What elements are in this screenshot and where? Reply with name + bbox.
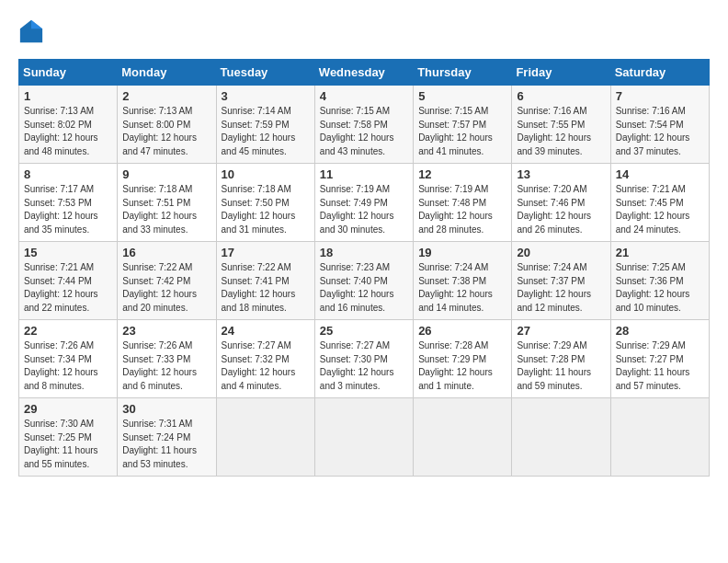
calendar-day-cell: 8 Sunrise: 7:17 AMSunset: 7:53 PMDayligh… (19, 164, 118, 242)
day-info: Sunrise: 7:19 AMSunset: 7:48 PMDaylight:… (418, 183, 506, 236)
calendar-day-cell: 15 Sunrise: 7:21 AMSunset: 7:44 PMDaylig… (19, 242, 118, 320)
calendar-day-cell: 24 Sunrise: 7:27 AMSunset: 7:32 PMDaylig… (216, 320, 314, 398)
day-number: 22 (24, 324, 112, 338)
calendar-day-cell: 6 Sunrise: 7:16 AMSunset: 7:55 PMDayligh… (512, 86, 610, 164)
calendar-day-cell: 3 Sunrise: 7:14 AMSunset: 7:59 PMDayligh… (216, 86, 314, 164)
calendar-day-cell: 21 Sunrise: 7:25 AMSunset: 7:36 PMDaylig… (610, 242, 709, 320)
weekday-header: Monday (118, 60, 216, 86)
logo-icon (18, 18, 44, 44)
weekday-header: Saturday (610, 60, 709, 86)
day-info: Sunrise: 7:31 AMSunset: 7:24 PMDaylight:… (122, 418, 210, 471)
calendar-day-cell: 26 Sunrise: 7:28 AMSunset: 7:29 PMDaylig… (414, 320, 512, 398)
calendar-day-cell: 12 Sunrise: 7:19 AMSunset: 7:48 PMDaylig… (414, 164, 512, 242)
weekday-header: Wednesday (314, 60, 413, 86)
calendar-table: SundayMondayTuesdayWednesdayThursdayFrid… (18, 59, 710, 477)
logo (18, 18, 48, 44)
calendar-day-cell: 22 Sunrise: 7:26 AMSunset: 7:34 PMDaylig… (19, 320, 118, 398)
day-info: Sunrise: 7:20 AMSunset: 7:46 PMDaylight:… (517, 183, 605, 236)
day-number: 16 (122, 246, 210, 259)
calendar-week-row: 29 Sunrise: 7:30 AMSunset: 7:25 PMDaylig… (19, 398, 710, 477)
day-number: 5 (418, 89, 506, 103)
day-info: Sunrise: 7:18 AMSunset: 7:50 PMDaylight:… (222, 183, 310, 236)
weekday-header: Tuesday (216, 60, 314, 86)
day-info: Sunrise: 7:24 AMSunset: 7:37 PMDaylight:… (517, 261, 605, 315)
day-number: 6 (517, 89, 605, 103)
day-info: Sunrise: 7:22 AMSunset: 7:42 PMDaylight:… (122, 261, 210, 315)
day-number: 19 (418, 246, 506, 259)
calendar-day-cell: 5 Sunrise: 7:15 AMSunset: 7:57 PMDayligh… (414, 86, 512, 164)
calendar-day-cell: 23 Sunrise: 7:26 AMSunset: 7:33 PMDaylig… (118, 320, 216, 398)
calendar-day-cell (610, 398, 709, 477)
day-info: Sunrise: 7:19 AMSunset: 7:49 PMDaylight:… (320, 183, 408, 236)
day-info: Sunrise: 7:13 AMSunset: 8:02 PMDaylight:… (24, 105, 112, 158)
day-info: Sunrise: 7:22 AMSunset: 7:41 PMDaylight:… (222, 261, 310, 315)
day-info: Sunrise: 7:27 AMSunset: 7:30 PMDaylight:… (320, 339, 408, 393)
day-number: 7 (616, 89, 704, 103)
calendar-day-cell: 28 Sunrise: 7:29 AMSunset: 7:27 PMDaylig… (610, 320, 709, 398)
calendar-day-cell: 14 Sunrise: 7:21 AMSunset: 7:45 PMDaylig… (610, 164, 709, 242)
day-number: 13 (517, 167, 605, 181)
day-number: 26 (418, 324, 506, 338)
calendar-day-cell: 9 Sunrise: 7:18 AMSunset: 7:51 PMDayligh… (118, 164, 216, 242)
calendar-day-cell: 10 Sunrise: 7:18 AMSunset: 7:50 PMDaylig… (216, 164, 314, 242)
day-info: Sunrise: 7:13 AMSunset: 8:00 PMDaylight:… (122, 105, 210, 158)
calendar-day-cell (314, 398, 413, 477)
calendar-week-row: 8 Sunrise: 7:17 AMSunset: 7:53 PMDayligh… (19, 164, 710, 242)
day-info: Sunrise: 7:16 AMSunset: 7:55 PMDaylight:… (517, 105, 605, 158)
day-info: Sunrise: 7:29 AMSunset: 7:27 PMDaylight:… (616, 339, 704, 393)
calendar-day-cell: 25 Sunrise: 7:27 AMSunset: 7:30 PMDaylig… (314, 320, 413, 398)
weekday-header: Friday (512, 60, 610, 86)
day-info: Sunrise: 7:16 AMSunset: 7:54 PMDaylight:… (616, 105, 704, 158)
calendar-day-cell: 29 Sunrise: 7:30 AMSunset: 7:25 PMDaylig… (19, 398, 118, 477)
day-info: Sunrise: 7:26 AMSunset: 7:33 PMDaylight:… (122, 339, 210, 393)
day-info: Sunrise: 7:17 AMSunset: 7:53 PMDaylight:… (24, 183, 112, 236)
day-info: Sunrise: 7:14 AMSunset: 7:59 PMDaylight:… (222, 105, 310, 158)
day-number: 12 (418, 167, 506, 181)
calendar-day-cell: 17 Sunrise: 7:22 AMSunset: 7:41 PMDaylig… (216, 242, 314, 320)
day-number: 2 (122, 89, 210, 103)
day-info: Sunrise: 7:21 AMSunset: 7:45 PMDaylight:… (616, 183, 704, 236)
day-number: 21 (616, 246, 704, 259)
calendar-week-row: 1 Sunrise: 7:13 AMSunset: 8:02 PMDayligh… (19, 86, 710, 164)
weekday-header: Sunday (19, 60, 118, 86)
day-number: 29 (24, 402, 112, 416)
day-number: 20 (517, 246, 605, 259)
calendar-day-cell: 16 Sunrise: 7:22 AMSunset: 7:42 PMDaylig… (118, 242, 216, 320)
page-header (18, 18, 710, 44)
calendar-day-cell: 4 Sunrise: 7:15 AMSunset: 7:58 PMDayligh… (314, 86, 413, 164)
day-info: Sunrise: 7:27 AMSunset: 7:32 PMDaylight:… (222, 339, 310, 393)
day-number: 25 (320, 324, 408, 338)
day-number: 4 (320, 89, 408, 103)
day-number: 1 (24, 89, 112, 103)
calendar-day-cell: 18 Sunrise: 7:23 AMSunset: 7:40 PMDaylig… (314, 242, 413, 320)
calendar-day-cell (414, 398, 512, 477)
calendar-day-cell: 20 Sunrise: 7:24 AMSunset: 7:37 PMDaylig… (512, 242, 610, 320)
day-number: 15 (24, 246, 112, 259)
calendar-header: SundayMondayTuesdayWednesdayThursdayFrid… (19, 60, 710, 86)
day-number: 3 (222, 89, 310, 103)
calendar-week-row: 22 Sunrise: 7:26 AMSunset: 7:34 PMDaylig… (19, 320, 710, 398)
day-info: Sunrise: 7:24 AMSunset: 7:38 PMDaylight:… (418, 261, 506, 315)
day-info: Sunrise: 7:29 AMSunset: 7:28 PMDaylight:… (517, 339, 605, 393)
day-info: Sunrise: 7:28 AMSunset: 7:29 PMDaylight:… (418, 339, 506, 393)
day-info: Sunrise: 7:18 AMSunset: 7:51 PMDaylight:… (122, 183, 210, 236)
calendar-day-cell: 30 Sunrise: 7:31 AMSunset: 7:24 PMDaylig… (118, 398, 216, 477)
calendar-week-row: 15 Sunrise: 7:21 AMSunset: 7:44 PMDaylig… (19, 242, 710, 320)
day-number: 8 (24, 167, 112, 181)
calendar-day-cell: 1 Sunrise: 7:13 AMSunset: 8:02 PMDayligh… (19, 86, 118, 164)
calendar-day-cell: 11 Sunrise: 7:19 AMSunset: 7:49 PMDaylig… (314, 164, 413, 242)
calendar-day-cell: 19 Sunrise: 7:24 AMSunset: 7:38 PMDaylig… (414, 242, 512, 320)
calendar-day-cell: 27 Sunrise: 7:29 AMSunset: 7:28 PMDaylig… (512, 320, 610, 398)
calendar-day-cell: 7 Sunrise: 7:16 AMSunset: 7:54 PMDayligh… (610, 86, 709, 164)
day-number: 17 (222, 246, 310, 259)
calendar-day-cell (512, 398, 610, 477)
svg-marker-1 (31, 20, 42, 29)
day-number: 24 (222, 324, 310, 338)
day-number: 18 (320, 246, 408, 259)
calendar-day-cell (216, 398, 314, 477)
day-number: 27 (517, 324, 605, 338)
day-number: 14 (616, 167, 704, 181)
day-number: 11 (320, 167, 408, 181)
day-info: Sunrise: 7:15 AMSunset: 7:57 PMDaylight:… (418, 105, 506, 158)
day-info: Sunrise: 7:30 AMSunset: 7:25 PMDaylight:… (24, 418, 112, 471)
